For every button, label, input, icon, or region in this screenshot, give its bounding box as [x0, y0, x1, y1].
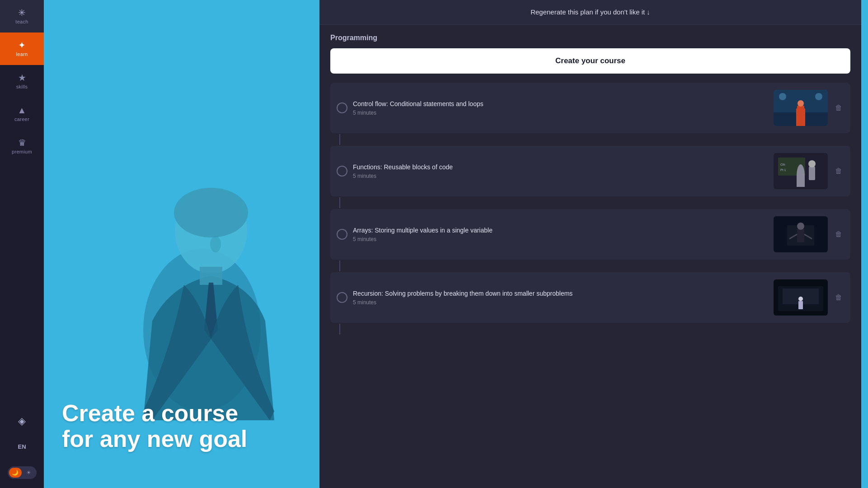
- language-label: EN: [18, 443, 26, 450]
- item-content-1: Control flow: Conditional statements and…: [353, 100, 768, 116]
- sidebar-item-learn[interactable]: ✦ learn: [0, 33, 44, 65]
- thumbnail-image-4: [774, 279, 828, 316]
- course-item-1: Control flow: Conditional statements and…: [330, 83, 850, 133]
- svg-rect-6: [774, 112, 828, 126]
- course-panel: Regenerate this plan if you don't like i…: [319, 0, 861, 488]
- theme-toggle[interactable]: 🌙 ☀: [8, 466, 37, 479]
- course-panel-body: Programming Create your course Control f…: [319, 25, 861, 488]
- svg-point-16: [808, 160, 816, 167]
- sidebar-bottom: ◈ EN 🌙 ☀: [0, 407, 44, 488]
- learn-icon: ✦: [18, 41, 26, 50]
- delete-icon-4[interactable]: 🗑: [833, 292, 844, 303]
- sidebar-item-teach-label: teach: [15, 19, 28, 24]
- item-thumbnail-4: [774, 279, 828, 316]
- dark-mode-button[interactable]: 🌙: [9, 468, 22, 478]
- thumbnail-image-3: [774, 216, 828, 252]
- svg-text:Pt 1: Pt 1: [780, 168, 786, 172]
- course-item-3: Arrays: Storing multiple values in a sin…: [330, 209, 850, 260]
- sidebar: ✳ teach ✦ learn ★ skills ▲ career ♛ prem…: [0, 0, 44, 488]
- connector-3: [339, 260, 340, 271]
- main-area: Create a course for any new goal Regener…: [44, 0, 868, 488]
- item-title-1: Control flow: Conditional statements and…: [353, 100, 768, 108]
- thumbnail-image-2: Oh Pt 1: [774, 153, 828, 189]
- sidebar-item-career-label: career: [14, 116, 29, 122]
- item-content-2: Functions: Reusable blocks of code 5 min…: [353, 163, 768, 179]
- course-item-2: Functions: Reusable blocks of code 5 min…: [330, 146, 850, 196]
- svg-text:Oh: Oh: [780, 163, 785, 167]
- thumbnail-image-1: [774, 90, 828, 126]
- sidebar-item-premium-label: premium: [12, 149, 32, 154]
- regen-text: Regenerate this plan if you don't like i…: [530, 8, 650, 16]
- sidebar-item-premium[interactable]: ♛ premium: [0, 130, 44, 163]
- svg-rect-9: [797, 106, 804, 117]
- sidebar-item-learn-label: learn: [16, 51, 28, 57]
- sidebar-item-skills-label: skills: [16, 84, 28, 89]
- connector-1: [339, 134, 340, 145]
- checkbox-1[interactable]: [337, 102, 347, 113]
- svg-point-27: [798, 297, 803, 301]
- sun-icon: ☀: [26, 469, 31, 476]
- item-duration-2: 5 minutes: [353, 173, 768, 179]
- svg-point-2: [174, 188, 248, 237]
- compass-icon: ◈: [18, 415, 26, 427]
- delete-icon-2[interactable]: 🗑: [833, 165, 844, 177]
- language-button[interactable]: EN: [0, 435, 44, 458]
- item-thumbnail-3: [774, 216, 828, 252]
- item-title-2: Functions: Reusable blocks of code: [353, 163, 768, 171]
- delete-icon-1[interactable]: 🗑: [833, 102, 844, 114]
- item-thumbnail-2: Oh Pt 1: [774, 153, 828, 189]
- connector-4: [339, 324, 340, 335]
- light-mode-button[interactable]: ☀: [23, 468, 35, 478]
- hero-section: Create a course for any new goal: [44, 0, 319, 488]
- svg-point-4: [210, 236, 221, 252]
- item-thumbnail-1: [774, 90, 828, 126]
- checkbox-4[interactable]: [337, 292, 347, 303]
- svg-rect-26: [798, 301, 803, 309]
- section-label: Programming: [330, 34, 850, 42]
- compass-button[interactable]: ◈: [0, 407, 44, 435]
- svg-point-10: [798, 100, 804, 107]
- item-duration-1: 5 minutes: [353, 110, 768, 116]
- checkbox-2[interactable]: [337, 166, 347, 177]
- item-title-3: Arrays: Storing multiple values in a sin…: [353, 226, 768, 234]
- item-duration-4: 5 minutes: [353, 299, 768, 306]
- item-title-4: Recursion: Solving problems by breaking …: [353, 289, 768, 297]
- connector-2: [339, 197, 340, 208]
- checkbox-3[interactable]: [337, 229, 347, 240]
- sidebar-item-skills[interactable]: ★ skills: [0, 65, 44, 98]
- item-content-4: Recursion: Solving problems by breaking …: [353, 289, 768, 306]
- regen-header[interactable]: Regenerate this plan if you don't like i…: [319, 0, 861, 25]
- star-icon: ★: [18, 73, 26, 82]
- sidebar-item-teach[interactable]: ✳ teach: [0, 0, 44, 33]
- right-edge: [861, 0, 868, 488]
- create-course-button[interactable]: Create your course: [330, 48, 850, 74]
- delete-icon-3[interactable]: 🗑: [833, 228, 844, 240]
- item-content-3: Arrays: Storing multiple values in a sin…: [353, 226, 768, 242]
- crown-icon: ♛: [18, 138, 26, 147]
- sidebar-item-career[interactable]: ▲ career: [0, 98, 44, 130]
- triangle-icon: ▲: [18, 106, 27, 115]
- theme-toggle-container[interactable]: 🌙 ☀: [0, 458, 44, 488]
- moon-icon: 🌙: [12, 469, 19, 476]
- svg-point-7: [779, 93, 786, 100]
- hero-text: Create a course for any new goal: [62, 400, 247, 452]
- svg-rect-12: [778, 158, 805, 176]
- hero-headline: Create a course for any new goal: [62, 400, 247, 452]
- svg-rect-3: [200, 267, 222, 285]
- item-duration-3: 5 minutes: [353, 236, 768, 242]
- svg-point-8: [815, 93, 822, 100]
- course-item-4: Recursion: Solving problems by breaking …: [330, 272, 850, 323]
- teach-icon: ✳: [18, 8, 26, 17]
- svg-rect-15: [809, 167, 815, 180]
- svg-rect-19: [797, 229, 804, 242]
- svg-point-20: [797, 223, 804, 230]
